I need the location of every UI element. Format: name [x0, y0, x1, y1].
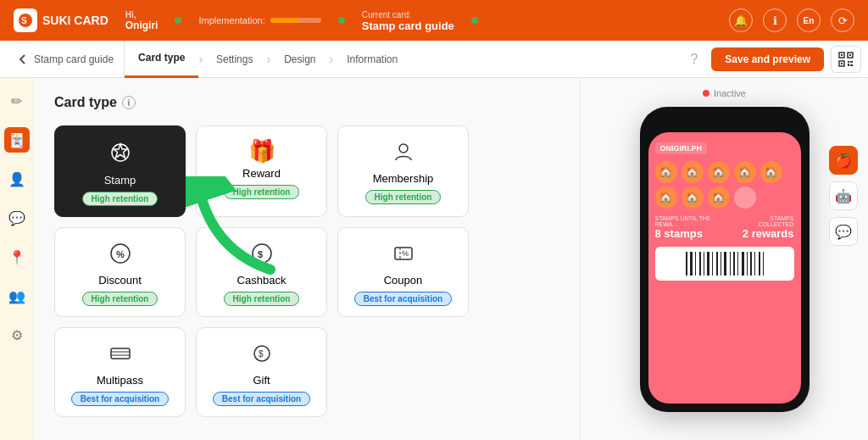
- svg-point-13: [399, 144, 408, 153]
- step-information[interactable]: Information: [333, 41, 411, 78]
- svg-text:%: %: [402, 249, 409, 258]
- top-navigation: S SUKI CARD Hi, Onigiri Implementation: …: [0, 0, 868, 41]
- step-settings[interactable]: Settings: [203, 41, 266, 78]
- preview-actions: 🍎 🤖 💬: [829, 146, 858, 246]
- language-icon[interactable]: En: [797, 8, 821, 32]
- status-dot: [175, 17, 181, 24]
- info-icon[interactable]: ℹ: [763, 8, 787, 32]
- inactive-dot: [703, 90, 709, 97]
- progress-fill: [270, 18, 298, 23]
- message-icon-btn[interactable]: 💬: [829, 217, 858, 246]
- sidebar-item-card[interactable]: 🃏: [4, 127, 30, 153]
- notification-icon[interactable]: 🔔: [729, 8, 753, 32]
- page-title-area: Card type i: [54, 95, 559, 110]
- card-type-grid: Stamp High retention 🎁 Reward High reten…: [54, 125, 559, 417]
- qr-icon: [838, 52, 854, 67]
- status-badge: Inactive: [703, 88, 746, 98]
- svg-text:$: $: [259, 349, 264, 359]
- sidebar-item-team[interactable]: 👥: [4, 283, 30, 309]
- apple-icon-btn[interactable]: 🍎: [829, 146, 858, 175]
- save-preview-button[interactable]: Save and preview: [711, 47, 824, 71]
- svg-text:%: %: [116, 249, 125, 259]
- discount-badge: High retention: [82, 292, 159, 306]
- coupon-icon: %: [392, 242, 415, 269]
- stamp-2: 🏠: [682, 161, 704, 183]
- discount-label: Discount: [98, 274, 142, 287]
- progress-bar: [270, 18, 321, 23]
- card-type-gift[interactable]: $ Gift Best for acquisition: [196, 327, 327, 417]
- svg-rect-8: [848, 61, 849, 63]
- stamp-label: Stamp: [104, 174, 136, 187]
- card-type-multipass[interactable]: Multipass Best for acquisition: [54, 327, 186, 417]
- barcode-lines: [686, 252, 764, 276]
- logo-text: SUKI CARD: [42, 14, 108, 27]
- sidebar-item-chat[interactable]: 💬: [4, 205, 30, 231]
- svg-rect-5: [849, 54, 851, 56]
- stamp-row-1: 🏠 🏠 🏠 🏠 🏠: [655, 161, 794, 183]
- svg-rect-20: [111, 348, 130, 359]
- reward-icon: 🎁: [248, 140, 275, 162]
- current-card-info: Current card: Stamp card guide: [362, 9, 454, 32]
- reward-badge: High retention: [224, 185, 300, 199]
- card-type-reward[interactable]: 🎁 Reward High retention: [196, 125, 327, 217]
- nav-dot-3: [471, 17, 478, 24]
- stamp-4: 🏠: [734, 161, 756, 183]
- reward-label: Reward: [242, 167, 281, 180]
- svg-text:$: $: [258, 249, 263, 259]
- sidebar-item-location[interactable]: 📍: [4, 244, 30, 270]
- back-button[interactable]: Stamp card guide: [7, 41, 125, 78]
- svg-rect-10: [848, 64, 849, 66]
- nav-dot-2: [338, 17, 345, 24]
- coupon-label: Coupon: [384, 274, 423, 287]
- sidebar-item-edit[interactable]: ✏: [4, 88, 30, 114]
- stamp-8: 🏠: [708, 187, 730, 209]
- sidebar: ✏ 🃏 👤 💬 📍 👥 ⚙: [0, 78, 34, 440]
- membership-icon: [392, 140, 415, 167]
- qr-button[interactable]: [831, 46, 861, 73]
- phone-notch: [699, 115, 750, 132]
- coupon-badge: Best for acquisition: [354, 292, 452, 306]
- stamp-5: 🏠: [760, 161, 782, 183]
- stamps-until-reward: STAMPS UNTIL THE REWA... 8 stamps: [655, 215, 734, 240]
- step-design[interactable]: Design: [270, 41, 329, 78]
- brand-logo: ONIGIRI.PH: [655, 142, 708, 154]
- preview-panel: Inactive ONIGIRI.PH 🏠 🏠 🏠 🏠 🏠: [580, 78, 868, 440]
- content-area: Card type i Stamp High retention 🎁 Rewar…: [34, 78, 580, 440]
- svg-rect-7: [841, 63, 843, 64]
- multipass-badge: Best for acquisition: [71, 392, 169, 406]
- logo: S SUKI CARD: [14, 8, 108, 32]
- svg-point-12: [112, 144, 129, 161]
- cashback-icon: $: [250, 242, 274, 269]
- implementation-progress: Implementation:: [198, 15, 320, 25]
- svg-rect-11: [850, 64, 853, 66]
- card-type-discount[interactable]: % Discount High retention: [54, 227, 186, 317]
- gift-label: Gift: [253, 374, 270, 387]
- gift-icon: $: [250, 342, 274, 369]
- card-preview-screen: ONIGIRI.PH 🏠 🏠 🏠 🏠 🏠 🏠 🏠 🏠: [648, 132, 801, 404]
- stamp-6: 🏠: [655, 187, 677, 209]
- barcode: [655, 247, 794, 281]
- android-icon-btn[interactable]: 🤖: [829, 181, 858, 210]
- stamp-9: [734, 187, 756, 209]
- svg-rect-3: [841, 54, 843, 56]
- multipass-label: Multipass: [97, 374, 143, 387]
- step-card-type[interactable]: Card type: [125, 41, 198, 78]
- card-type-coupon[interactable]: % Coupon Best for acquisition: [337, 227, 469, 317]
- card-type-cashback[interactable]: $ Cashback High retention: [196, 227, 327, 317]
- card-type-stamp[interactable]: Stamp High retention: [54, 125, 186, 217]
- sidebar-item-user[interactable]: 👤: [4, 166, 30, 192]
- sidebar-item-settings[interactable]: ⚙: [4, 322, 30, 348]
- settings-icon[interactable]: ⟳: [831, 8, 854, 32]
- cashback-label: Cashback: [237, 274, 287, 287]
- title-info-icon[interactable]: i: [122, 96, 136, 109]
- back-arrow-icon: [17, 53, 29, 65]
- cashback-badge: High retention: [224, 292, 300, 306]
- gift-badge: Best for acquisition: [213, 392, 310, 406]
- logo-icon: S: [14, 8, 37, 32]
- membership-badge: High retention: [365, 190, 442, 204]
- help-button[interactable]: ?: [676, 41, 711, 78]
- page-title: Card type: [54, 95, 117, 110]
- svg-text:S: S: [21, 16, 27, 25]
- stamp-3: 🏠: [708, 161, 730, 183]
- card-type-membership[interactable]: Membership High retention: [337, 125, 469, 217]
